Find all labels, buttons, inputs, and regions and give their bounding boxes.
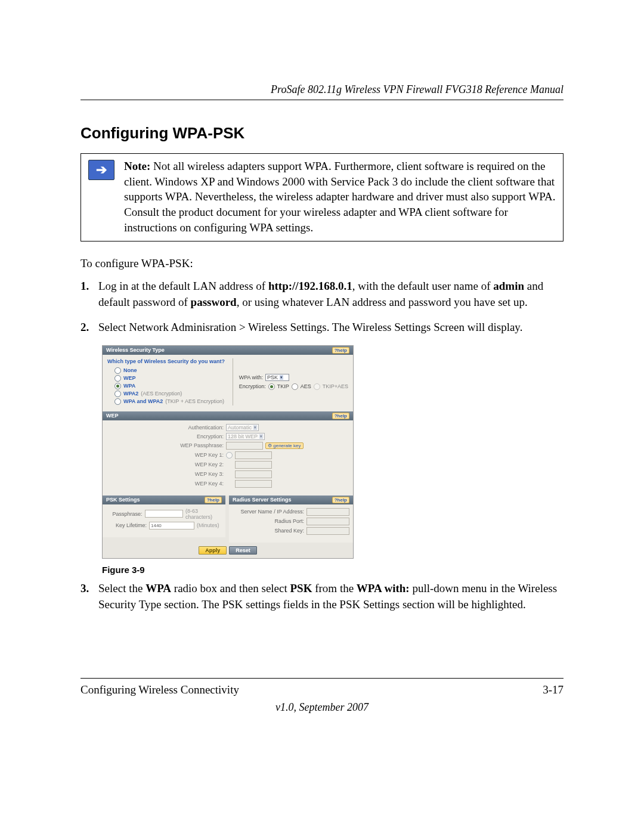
wep-k3-input <box>235 470 272 478</box>
figure-caption: Figure 3-9 <box>102 565 564 575</box>
help-link[interactable]: ?help <box>205 497 222 503</box>
radius-title: Radius Server Settings <box>233 497 292 503</box>
psk-titlebar: PSK Settings ?help <box>103 496 225 504</box>
wep-enc-value: 128 bit WEP <box>228 433 258 439</box>
wep-enc-label: Encryption: <box>107 433 224 439</box>
wep-k2-input <box>235 461 272 469</box>
footer-version: v1.0, September 2007 <box>80 701 564 714</box>
radio-icon <box>114 391 121 397</box>
radius-key-input <box>306 527 349 535</box>
radius-ip-input <box>306 508 349 516</box>
help-text: help <box>338 348 347 353</box>
step-3-text: Select the <box>98 582 145 594</box>
opt-wpa[interactable]: WPA <box>107 382 229 390</box>
radius-port-input <box>306 518 349 525</box>
psk-pass-input[interactable] <box>145 510 183 518</box>
opt-wep-label: WEP <box>123 375 136 381</box>
wep-enc-select: 128 bit WEP▾ <box>226 433 265 440</box>
psk-pass-hint: (8-63 characters) <box>185 508 222 520</box>
radio-icon <box>114 398 121 405</box>
section-heading: Configuring WPA-PSK <box>80 124 564 143</box>
sectype-title: Wireless Security Type <box>106 347 165 353</box>
wep-k4-input <box>235 480 272 488</box>
wep-pass-input <box>226 442 263 450</box>
wep-auth-value: Automatic <box>228 425 252 431</box>
generate-key-button[interactable]: ⚙ generate key <box>265 442 304 449</box>
opt-wpa-label: WPA <box>123 383 135 389</box>
intro-text: To configure WPA-PSK: <box>80 257 564 270</box>
wep-k2-label: WEP Key 2: <box>107 462 224 467</box>
opt-both-hint: (TKIP + AES Encryption) <box>165 398 224 404</box>
chevron-down-icon: ▾ <box>280 375 283 380</box>
radius-key-label: Shared Key: <box>233 528 304 534</box>
step-3-psk: PSK <box>290 582 312 594</box>
opt-both[interactable]: WPA and WPA2 (TKIP + AES Encryption) <box>107 398 229 405</box>
wep-k3-label: WEP Key 3: <box>107 471 224 477</box>
step-3-text3: from the <box>312 582 356 594</box>
wep-pass-label: WEP Passphrase: <box>107 442 224 448</box>
apply-button[interactable]: Apply <box>199 546 227 555</box>
help-link[interactable]: ?help <box>332 497 349 503</box>
figure-3-9: Wireless Security Type ?help Which type … <box>102 345 564 575</box>
radio-selected-icon <box>268 383 275 390</box>
reset-button[interactable]: Reset <box>229 546 257 555</box>
enc-tkip[interactable]: TKIP <box>277 383 289 389</box>
psk-life-label: Key Lifetime: <box>106 522 147 528</box>
opt-wpa2-hint: (AES Encryption) <box>141 391 182 397</box>
wep-k1-input <box>235 451 272 459</box>
step-3: Select the WPA radio box and then select… <box>80 581 564 612</box>
generate-key-label: generate key <box>273 443 301 448</box>
note-text: Note: Not all wireless adapters support … <box>122 154 563 241</box>
wpa-with-select[interactable]: PSK▾ <box>265 374 289 381</box>
opt-wep[interactable]: WEP <box>107 374 229 382</box>
wpa-with-label: WPA with: <box>239 374 263 380</box>
wep-k1-label: WEP Key 1: <box>107 452 224 458</box>
wep-k4-label: WEP Key 4: <box>107 481 224 487</box>
opt-none-label: None <box>123 367 137 373</box>
psk-life-unit: (Minutes) <box>197 522 219 528</box>
psk-life-input[interactable]: 1440 <box>149 522 194 529</box>
help-link[interactable]: ?help <box>332 413 349 419</box>
radio-selected-icon <box>114 383 121 389</box>
opt-wpa2[interactable]: WPA2 (AES Encryption) <box>107 390 229 398</box>
step-3-text2: radio box and then select <box>171 582 290 594</box>
help-text: help <box>210 497 219 503</box>
step-3-wpa: WPA <box>145 582 171 594</box>
opt-wpa2-label: WPA2 <box>123 391 138 397</box>
psk-title: PSK Settings <box>106 497 140 503</box>
wpa-with-value: PSK <box>267 374 278 380</box>
wireless-settings-screenshot: Wireless Security Type ?help Which type … <box>102 345 354 559</box>
document-header: ProSafe 802.11g Wireless VPN Firewall FV… <box>80 83 564 100</box>
step-2: Select Network Adminisration > Wireless … <box>80 320 564 336</box>
radio-icon <box>114 375 121 382</box>
step-1-pass: password <box>191 296 237 308</box>
sectype-titlebar: Wireless Security Type ?help <box>103 346 353 355</box>
help-text: help <box>338 413 347 419</box>
footer-right: 3-17 <box>543 683 564 696</box>
chevron-down-icon: ▾ <box>253 425 257 430</box>
note-label: Note: <box>124 160 150 172</box>
radio-icon <box>226 452 233 459</box>
footer-left: Configuring Wireless Connectivity <box>80 683 239 696</box>
radio-icon <box>292 383 298 390</box>
step-3-wpawith: WPA with: <box>357 582 410 594</box>
radius-ip-label: Server Name / IP Address: <box>233 509 304 515</box>
wep-title: WEP <box>106 413 119 419</box>
step-1-text4: , or using whatever LAN address and pass… <box>237 296 528 308</box>
enc-aes[interactable]: AES <box>301 383 311 389</box>
radius-titlebar: Radius Server Settings ?help <box>229 496 353 504</box>
wep-titlebar: WEP ?help <box>103 411 353 420</box>
chevron-down-icon: ▾ <box>259 434 263 439</box>
radius-port-label: Radius Port: <box>233 518 304 524</box>
opt-none[interactable]: None <box>107 367 229 374</box>
step-1-text: Log in at the default LAN address of <box>98 280 268 292</box>
help-text: help <box>338 497 347 503</box>
help-link[interactable]: ?help <box>332 347 349 354</box>
step-1: Log in at the default LAN address of htt… <box>80 278 564 310</box>
sectype-question: Which type of Wireless Security do you w… <box>107 358 229 364</box>
opt-both-label: WPA and WPA2 <box>123 398 163 404</box>
wep-auth-select: Automatic▾ <box>226 424 259 431</box>
radio-disabled-icon <box>314 383 320 390</box>
note-box: ➔ Note: Not all wireless adapters suppor… <box>80 153 564 241</box>
step-1-user: admin <box>493 280 524 292</box>
